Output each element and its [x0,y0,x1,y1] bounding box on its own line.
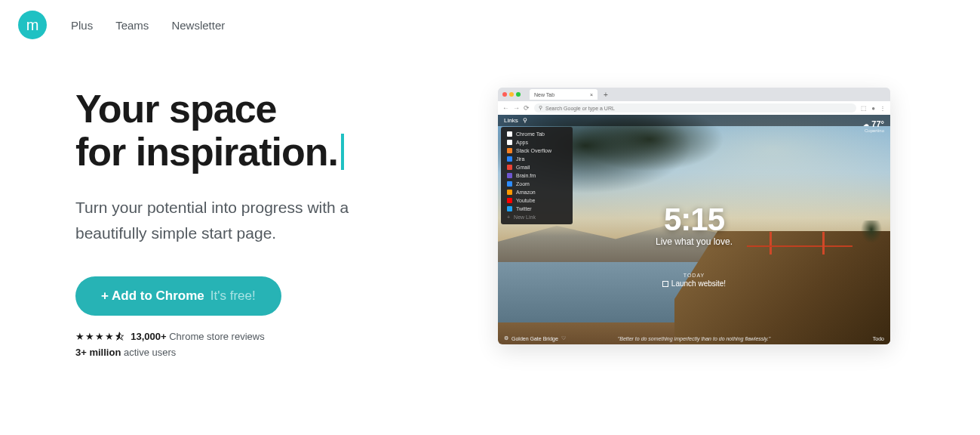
nav-teams[interactable]: Teams [115,19,149,32]
active-users-count: 3+ million [75,347,121,358]
browser-tab[interactable]: New Tab × [530,89,598,100]
link-label: Stack Overflow [516,148,551,153]
reviews-text: Chrome store reviews [169,331,264,342]
link-item[interactable]: Gmail [501,163,573,171]
today-block: TODAY Launch website! [619,273,770,288]
favicon-icon [507,190,512,195]
link-item[interactable]: Amazon [501,188,573,196]
browser-menu-icons: ⬚ ● ⋮ [861,105,886,112]
newtab-page: Links ⚲ Chrome TabAppsStack OverflowJira… [498,115,890,344]
new-link-button[interactable]: +New Link [501,213,573,221]
links-bar: Links ⚲ [498,115,890,126]
mantra: Live what you love. [619,236,770,247]
favicon-icon [507,148,512,153]
links-panel: Chrome TabAppsStack OverflowJiraGmailBra… [501,127,573,224]
clock: 5:15 [619,202,770,238]
link-label: Twitter [516,206,532,211]
new-link-label: New Link [514,214,536,220]
logo[interactable]: m [18,11,47,39]
profile-icon[interactable]: ● [871,105,875,112]
favicon-icon [507,140,512,145]
browser-chrome: New Tab × + ← → ⟳ ⚲ Search Google or typ… [498,88,890,115]
link-label: Youtube [516,198,535,203]
link-item[interactable]: Chrome Tab [501,130,573,138]
settings-icon[interactable]: ⚙ [504,335,508,341]
weather-widget[interactable]: ☁ 77° Cupertino [863,119,884,133]
link-item[interactable]: Brain.fm [501,171,573,180]
omnibox[interactable]: ⚲ Search Google or type a URL [534,103,856,113]
search-icon: ⚲ [539,105,542,111]
nav-plus[interactable]: Plus [71,19,93,32]
hero: Your space for inspiration. Turn your po… [0,50,980,362]
favicon-icon [507,198,512,203]
hero-title-line2: for inspiration. [75,130,338,174]
favicon-icon [507,131,512,137]
cta: + Add to Chrome It's free! [75,276,453,316]
reviews-row: ★★★★⯪ 13,000+ Chrome store reviews [75,331,453,342]
todo-item[interactable]: Launch website! [662,279,726,288]
link-label: Jira [516,156,524,162]
forward-icon[interactable]: → [513,104,520,112]
active-users-text: active users [124,347,176,358]
stats: ★★★★⯪ 13,000+ Chrome store reviews 3+ mi… [75,331,453,358]
omnibox-placeholder: Search Google or type a URL [545,106,615,111]
checkbox-icon[interactable] [662,281,668,287]
cta-label: + Add to Chrome [101,288,204,304]
link-label: Amazon [516,190,536,195]
star-rating-icon: ★★★★⯪ [75,331,125,342]
link-item[interactable]: Jira [501,155,573,163]
extension-icon[interactable]: ⬚ [861,105,867,112]
weather-location: Cupertino [863,128,884,133]
nav: Plus Teams Newsletter [71,19,225,32]
favicon-icon [507,173,512,178]
tree2-decoration [860,221,883,251]
link-label: Gmail [516,165,530,170]
favicon-icon [507,206,512,211]
reviews-count: 13,000+ [131,331,166,342]
link-item[interactable]: Stack Overflow [501,147,573,155]
reload-icon[interactable]: ⟳ [524,104,530,112]
cta-free-label: It's free! [210,288,256,304]
hero-title: Your space for inspiration. [75,88,453,174]
plus-icon: + [507,214,510,220]
favicon-icon [507,156,512,162]
logo-letter: m [26,17,39,34]
link-label: Chrome Tab [516,131,545,137]
users-row: 3+ million active users [75,347,453,358]
tab-title: New Tab [534,92,555,97]
link-label: Brain.fm [516,173,536,178]
links-label[interactable]: Links [504,117,518,124]
quote: "Better to do something imperfectly than… [618,336,771,341]
hero-left: Your space for inspiration. Turn your po… [75,88,453,362]
back-icon[interactable]: ← [502,104,509,112]
link-item[interactable]: Youtube [501,196,573,205]
header: m Plus Teams Newsletter [0,0,980,50]
add-to-chrome-button[interactable]: + Add to Chrome It's free! [75,276,281,316]
kebab-menu-icon[interactable]: ⋮ [880,105,886,112]
maximize-window-icon[interactable] [516,92,521,97]
nav-newsletter[interactable]: Newsletter [171,19,225,32]
photo-credit[interactable]: Golden Gate Bridge [512,336,558,341]
nav-icons: ← → ⟳ [502,104,530,112]
todo-text: Launch website! [671,279,726,288]
link-item[interactable]: Apps [501,138,573,147]
tab-close-icon[interactable]: × [590,92,593,97]
cloud-icon: ☁ [863,121,869,128]
link-label: Apps [516,140,528,145]
footer-todo[interactable]: Todo [873,336,884,341]
minimize-window-icon[interactable] [509,92,514,97]
today-label: TODAY [619,273,770,278]
hero-subtitle: Turn your potential into progress with a… [75,195,407,245]
tab-strip: New Tab × + [498,88,890,101]
links-search-icon[interactable]: ⚲ [523,117,527,124]
hero-title-line1: Your space [75,87,276,131]
heart-icon[interactable]: ♡ [561,335,566,341]
close-window-icon[interactable] [502,92,507,97]
typing-cursor-icon [341,134,344,170]
center-column: 5:15 Live what you love. TODAY Launch we… [619,202,770,288]
favicon-icon [507,165,512,170]
new-tab-button[interactable]: + [601,91,611,99]
traffic-lights [502,92,521,97]
link-item[interactable]: Zoom [501,180,573,188]
link-item[interactable]: Twitter [501,205,573,213]
